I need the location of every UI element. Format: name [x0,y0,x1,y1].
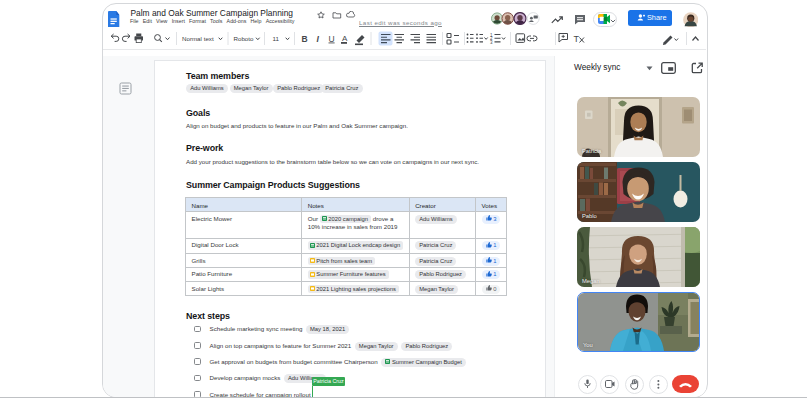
svg-text:3: 3 [490,40,493,45]
svg-text:T: T [574,34,580,44]
svg-text:I: I [317,34,320,44]
svg-text:B: B [302,34,308,44]
svg-text:A: A [342,34,348,43]
svg-text:U: U [329,34,335,44]
